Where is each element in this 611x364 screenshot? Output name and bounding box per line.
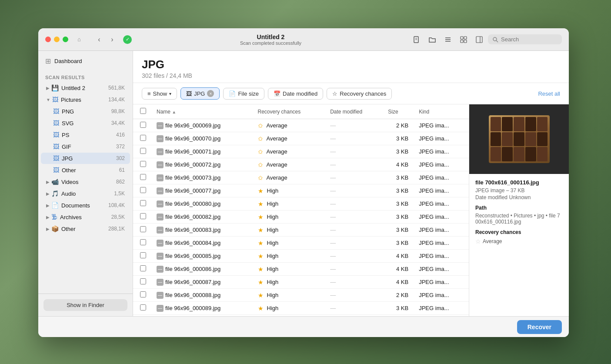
grid-view-button[interactable]: [457, 33, 471, 47]
table-row[interactable]: — file 96x96_000082.jpg ★ High — 3 KB JP…: [133, 210, 469, 224]
sidebar-item-other[interactable]: ▶ 📦 Other 288,1K: [41, 223, 130, 234]
table-row[interactable]: — file 96x96_000077.jpg ★ High — 3 KB JP…: [133, 184, 469, 197]
sidebar-item-dashboard[interactable]: ⊞ Dashboard: [38, 51, 133, 71]
row-checkbox-cell: [133, 210, 151, 224]
row-checkbox-cell: [133, 171, 151, 184]
jpg-filter-button[interactable]: 🖼 JPG ×: [180, 87, 220, 100]
col-date: Date modified: [325, 104, 383, 119]
table-row[interactable]: — file 96x96_000086.jpg ★ High — 4 KB JP…: [133, 263, 469, 276]
sidebar-item-pictures[interactable]: ▼ 🖼 Pictures 134,4K: [41, 94, 130, 105]
date-dash: —: [330, 161, 336, 168]
row-name-cell: — file 96x96_000072.jpg: [151, 158, 253, 171]
table-row[interactable]: — file 96x96_000069.jpg ✩ Average — 2 KB…: [133, 119, 469, 132]
row-checkbox[interactable]: [140, 200, 146, 206]
panel-date-modified: Date modified Unknown: [475, 194, 563, 200]
row-checkbox[interactable]: [140, 265, 146, 271]
row-checkbox[interactable]: [140, 213, 146, 219]
row-checkbox[interactable]: [140, 252, 146, 258]
panel-toggle-button[interactable]: [472, 33, 486, 47]
row-date-cell: —: [325, 132, 383, 145]
sidebar-item-videos[interactable]: ▶ 📹 Videos 862: [41, 176, 130, 187]
show-in-finder-button[interactable]: Show in Finder: [43, 299, 127, 311]
row-filename: file 96x96_000085.jpg: [165, 253, 220, 259]
search-input[interactable]: [501, 36, 558, 43]
recover-button[interactable]: Recover: [517, 320, 562, 334]
jpg-icon: 🖼: [53, 155, 59, 162]
table-row[interactable]: — file 96x96_000070.jpg ✩ Average — 3 KB…: [133, 132, 469, 145]
maximize-button[interactable]: [63, 37, 68, 42]
content-subtitle: 302 files / 24,4 MB: [142, 72, 560, 79]
date-modified-filter-button[interactable]: 📅 Date modified: [268, 88, 323, 100]
table-row[interactable]: — file 96x96_000087.jpg ★ High — 4 KB JP…: [133, 276, 469, 289]
row-checkbox[interactable]: [140, 291, 146, 297]
panel-info: file 700x616_000116.jpg JPEG image – 37 …: [469, 174, 569, 250]
row-filename: file 96x96_000089.jpg: [165, 305, 220, 311]
sidebar-untitled2-label: Untitled 2: [61, 85, 108, 91]
table-row[interactable]: — file 96x96_000088.jpg ★ High — 2 KB JP…: [133, 289, 469, 302]
row-checkbox[interactable]: [140, 187, 146, 193]
sidebar-item-audio[interactable]: ▶ 🎵 Audio 1,5K: [41, 188, 130, 199]
gif-icon: 🖼: [53, 143, 59, 150]
sidebar-item-svg[interactable]: 🖼 SVG 34,4K: [41, 117, 130, 129]
table-row[interactable]: — file 96x96_000085.jpg ★ High — 4 KB JP…: [133, 250, 469, 263]
row-checkbox[interactable]: [140, 122, 146, 128]
row-checkbox[interactable]: [140, 239, 146, 245]
row-recovery-cell: ★ High: [253, 302, 325, 315]
close-button[interactable]: [45, 37, 51, 42]
sidebar-item-png[interactable]: 🖼 PNG 98,8K: [41, 106, 130, 117]
sidebar-item-documents[interactable]: ▶ 📄 Documents 108,4K: [41, 200, 130, 211]
col-name[interactable]: Name ▲: [151, 104, 253, 119]
row-checkbox[interactable]: [140, 226, 146, 232]
table-row[interactable]: — file 96x96_000080.jpg ★ High — 3 KB JP…: [133, 197, 469, 210]
reset-all-button[interactable]: Reset all: [538, 90, 560, 97]
date-dash: —: [330, 279, 336, 285]
remove-jpg-filter-icon[interactable]: ×: [207, 90, 214, 97]
recovery-chances-filter-button[interactable]: ☆ Recovery chances: [327, 88, 392, 100]
date-dash: —: [330, 187, 336, 194]
row-checkbox-cell: [133, 250, 151, 263]
file-size-filter-button[interactable]: 📄 File size: [223, 88, 264, 100]
table-row[interactable]: — file 96x96_000089.jpg ★ High — 3 KB JP…: [133, 302, 469, 315]
row-checkbox[interactable]: [140, 304, 146, 311]
show-filter-button[interactable]: ≡ Show ▾: [142, 88, 177, 100]
search-box[interactable]: [488, 34, 562, 44]
row-size-cell: 3 KB: [383, 171, 414, 184]
minimize-button[interactable]: [54, 37, 60, 42]
row-name-cell: — file 96x96_000077.jpg: [151, 184, 253, 197]
col-size: Size: [383, 104, 414, 119]
table-row[interactable]: — file 96x96_000084.jpg ★ High — 3 KB JP…: [133, 237, 469, 250]
star-icon: ★: [258, 214, 264, 220]
back-button[interactable]: ‹: [93, 34, 105, 45]
row-filename: file 96x96_000072.jpg: [165, 161, 220, 168]
traffic-lights: [45, 37, 68, 42]
select-all-checkbox[interactable]: [140, 108, 146, 114]
sidebar-item-untitled2[interactable]: ▶ 💾 Untitled 2 561,8K: [41, 82, 130, 94]
list-view-button[interactable]: [441, 33, 455, 47]
sidebar-item-ps[interactable]: 🖼 PS 416: [41, 129, 130, 140]
sidebar-item-gif[interactable]: 🖼 GIF 372: [41, 141, 130, 152]
file-minus-icon: —: [157, 200, 164, 207]
star-icon: ★: [258, 266, 264, 273]
row-filename: file 96x96_000080.jpg: [165, 200, 220, 207]
folder-button[interactable]: [425, 33, 439, 47]
new-file-button[interactable]: [410, 33, 424, 47]
forward-button[interactable]: ›: [107, 34, 118, 45]
sidebar-png-label: PNG: [62, 108, 111, 115]
table-row[interactable]: — file 96x96_000083.jpg ★ High — 3 KB JP…: [133, 224, 469, 237]
row-checkbox[interactable]: [140, 135, 146, 141]
table-row[interactable]: — file 96x96_000071.jpg ✩ Average — 3 KB…: [133, 145, 469, 158]
row-checkbox[interactable]: [140, 278, 146, 284]
file-minus-icon: —: [157, 266, 164, 273]
row-checkbox[interactable]: [140, 148, 146, 154]
row-recovery-text: Average: [267, 148, 287, 155]
sidebar-item-jpg[interactable]: 🖼 JPG 302: [41, 153, 130, 164]
table-row[interactable]: — file 96x96_000072.jpg ✩ Average — 4 KB…: [133, 158, 469, 171]
home-button[interactable]: ⌂: [73, 34, 85, 45]
sidebar-item-archives[interactable]: ▶ 🗜 Archives 28,5K: [41, 211, 130, 223]
row-size-cell: 2 KB: [383, 119, 414, 132]
table-row[interactable]: — file 96x96_000073.jpg ✩ Average — 3 KB…: [133, 171, 469, 184]
row-checkbox[interactable]: [140, 161, 146, 167]
row-filename: file 96x96_000077.jpg: [165, 187, 220, 194]
row-checkbox[interactable]: [140, 174, 146, 180]
sidebar-item-other-pics[interactable]: 🖼 Other 61: [41, 164, 130, 176]
